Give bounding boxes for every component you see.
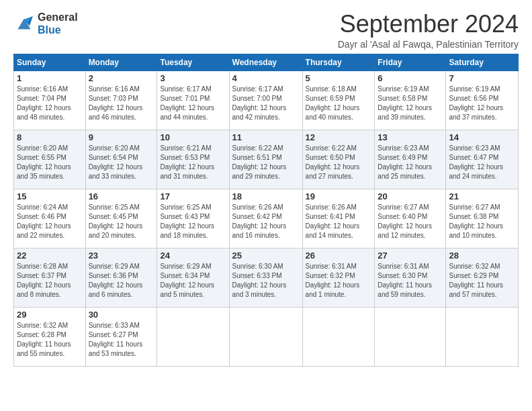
logo-text: General Blue [38, 11, 78, 36]
day-info: Sunrise: 6:31 AMSunset: 6:30 PMDaylight:… [378, 262, 443, 300]
subtitle: Dayr al 'Asal al Fawqa, Palestinian Terr… [338, 39, 519, 50]
day-info: Sunrise: 6:31 AMSunset: 6:32 PMDaylight:… [306, 262, 372, 300]
table-row: 15Sunrise: 6:24 AMSunset: 6:46 PMDayligh… [14, 189, 86, 248]
day-number: 7 [449, 73, 515, 83]
day-number: 24 [160, 250, 226, 261]
table-row: 21Sunrise: 6:27 AMSunset: 6:38 PMDayligh… [446, 189, 519, 248]
table-row: 25Sunrise: 6:30 AMSunset: 6:33 PMDayligh… [229, 248, 302, 307]
table-row [157, 307, 229, 366]
table-row: 4Sunrise: 6:17 AMSunset: 7:00 PMDaylight… [229, 71, 302, 130]
day-info: Sunrise: 6:24 AMSunset: 6:46 PMDaylight:… [17, 203, 83, 240]
table-row: 9Sunrise: 6:20 AMSunset: 6:54 PMDaylight… [85, 130, 157, 189]
day-info: Sunrise: 6:30 AMSunset: 6:33 PMDaylight:… [232, 262, 300, 300]
title-block: September 2024 Dayr al 'Asal al Fawqa, P… [338, 11, 519, 50]
day-info: Sunrise: 6:29 AMSunset: 6:36 PMDaylight:… [89, 262, 154, 300]
day-info: Sunrise: 6:18 AMSunset: 6:59 PMDaylight:… [306, 85, 372, 122]
month-title: September 2024 [338, 11, 519, 38]
day-number: 5 [306, 73, 372, 83]
day-number: 27 [378, 250, 443, 261]
day-number: 29 [17, 310, 83, 320]
day-info: Sunrise: 6:16 AMSunset: 7:04 PMDaylight:… [17, 85, 83, 122]
day-info: Sunrise: 6:20 AMSunset: 6:55 PMDaylight:… [17, 144, 83, 181]
calendar: Sunday Monday Tuesday Wednesday Thursday… [13, 54, 519, 367]
day-number: 8 [17, 132, 83, 142]
calendar-week-2: 8Sunrise: 6:20 AMSunset: 6:55 PMDaylight… [14, 130, 519, 189]
day-number: 11 [232, 132, 300, 142]
table-row: 20Sunrise: 6:27 AMSunset: 6:40 PMDayligh… [375, 189, 446, 248]
table-row: 11Sunrise: 6:22 AMSunset: 6:51 PMDayligh… [229, 130, 302, 189]
day-info: Sunrise: 6:32 AMSunset: 6:28 PMDaylight:… [17, 321, 83, 359]
day-number: 15 [17, 191, 83, 201]
day-info: Sunrise: 6:22 AMSunset: 6:51 PMDaylight:… [232, 144, 300, 181]
table-row [446, 307, 519, 366]
col-friday: Friday [375, 54, 446, 71]
day-info: Sunrise: 6:26 AMSunset: 6:41 PMDaylight:… [306, 203, 372, 240]
day-number: 3 [160, 73, 226, 83]
day-number: 23 [89, 250, 154, 261]
day-number: 6 [378, 73, 443, 83]
header: General Blue September 2024 Dayr al 'Asa… [13, 11, 519, 50]
day-info: Sunrise: 6:33 AMSunset: 6:27 PMDaylight:… [89, 321, 154, 359]
day-info: Sunrise: 6:17 AMSunset: 7:01 PMDaylight:… [160, 85, 226, 122]
day-number: 9 [89, 132, 154, 142]
table-row: 12Sunrise: 6:22 AMSunset: 6:50 PMDayligh… [302, 130, 375, 189]
col-wednesday: Wednesday [229, 54, 302, 71]
day-number: 17 [160, 191, 226, 201]
table-row: 3Sunrise: 6:17 AMSunset: 7:01 PMDaylight… [157, 71, 229, 130]
page: General Blue September 2024 Dayr al 'Asa… [0, 0, 532, 373]
table-row: 30Sunrise: 6:33 AMSunset: 6:27 PMDayligh… [85, 307, 157, 366]
table-row: 29Sunrise: 6:32 AMSunset: 6:28 PMDayligh… [14, 307, 86, 366]
day-number: 20 [378, 191, 443, 201]
table-row [302, 307, 375, 366]
day-number: 22 [17, 250, 83, 261]
table-row: 2Sunrise: 6:16 AMSunset: 7:03 PMDaylight… [85, 71, 157, 130]
day-number: 2 [89, 73, 154, 83]
day-number: 1 [17, 73, 83, 83]
table-row: 23Sunrise: 6:29 AMSunset: 6:36 PMDayligh… [85, 248, 157, 307]
table-row: 19Sunrise: 6:26 AMSunset: 6:41 PMDayligh… [302, 189, 375, 248]
day-info: Sunrise: 6:29 AMSunset: 6:34 PMDaylight:… [160, 262, 226, 300]
day-info: Sunrise: 6:27 AMSunset: 6:38 PMDaylight:… [449, 203, 515, 240]
day-number: 25 [232, 250, 300, 261]
day-number: 4 [232, 73, 300, 83]
logo: General Blue [13, 11, 78, 36]
header-row: Sunday Monday Tuesday Wednesday Thursday… [14, 54, 519, 71]
day-info: Sunrise: 6:28 AMSunset: 6:37 PMDaylight:… [17, 262, 83, 300]
table-row: 18Sunrise: 6:26 AMSunset: 6:42 PMDayligh… [229, 189, 302, 248]
table-row: 7Sunrise: 6:19 AMSunset: 6:56 PMDaylight… [446, 71, 519, 130]
col-monday: Monday [85, 54, 157, 71]
table-row: 22Sunrise: 6:28 AMSunset: 6:37 PMDayligh… [14, 248, 86, 307]
day-number: 30 [89, 310, 154, 320]
day-info: Sunrise: 6:22 AMSunset: 6:50 PMDaylight:… [306, 144, 372, 181]
table-row: 24Sunrise: 6:29 AMSunset: 6:34 PMDayligh… [157, 248, 229, 307]
day-info: Sunrise: 6:19 AMSunset: 6:58 PMDaylight:… [378, 85, 443, 122]
table-row: 13Sunrise: 6:23 AMSunset: 6:49 PMDayligh… [375, 130, 446, 189]
day-info: Sunrise: 6:32 AMSunset: 6:29 PMDaylight:… [449, 262, 515, 300]
day-number: 13 [378, 132, 443, 142]
calendar-week-3: 15Sunrise: 6:24 AMSunset: 6:46 PMDayligh… [14, 189, 519, 248]
day-number: 10 [160, 132, 226, 142]
table-row [229, 307, 302, 366]
day-info: Sunrise: 6:23 AMSunset: 6:49 PMDaylight:… [378, 144, 443, 181]
day-number: 16 [89, 191, 154, 201]
col-sunday: Sunday [14, 54, 86, 71]
day-number: 12 [306, 132, 372, 142]
day-info: Sunrise: 6:17 AMSunset: 7:00 PMDaylight:… [232, 85, 300, 122]
table-row: 5Sunrise: 6:18 AMSunset: 6:59 PMDaylight… [302, 71, 375, 130]
calendar-week-5: 29Sunrise: 6:32 AMSunset: 6:28 PMDayligh… [14, 307, 519, 366]
day-info: Sunrise: 6:20 AMSunset: 6:54 PMDaylight:… [89, 144, 154, 181]
day-info: Sunrise: 6:27 AMSunset: 6:40 PMDaylight:… [378, 203, 443, 240]
calendar-week-1: 1Sunrise: 6:16 AMSunset: 7:04 PMDaylight… [14, 71, 519, 130]
table-row: 10Sunrise: 6:21 AMSunset: 6:53 PMDayligh… [157, 130, 229, 189]
table-row: 6Sunrise: 6:19 AMSunset: 6:58 PMDaylight… [375, 71, 446, 130]
table-row: 8Sunrise: 6:20 AMSunset: 6:55 PMDaylight… [14, 130, 86, 189]
table-row: 17Sunrise: 6:25 AMSunset: 6:43 PMDayligh… [157, 189, 229, 248]
day-info: Sunrise: 6:25 AMSunset: 6:43 PMDaylight:… [160, 203, 226, 240]
day-number: 21 [449, 191, 515, 201]
table-row: 26Sunrise: 6:31 AMSunset: 6:32 PMDayligh… [302, 248, 375, 307]
logo-icon [13, 14, 35, 33]
col-thursday: Thursday [302, 54, 375, 71]
day-info: Sunrise: 6:21 AMSunset: 6:53 PMDaylight:… [160, 144, 226, 181]
table-row: 16Sunrise: 6:25 AMSunset: 6:45 PMDayligh… [85, 189, 157, 248]
day-number: 19 [306, 191, 372, 201]
